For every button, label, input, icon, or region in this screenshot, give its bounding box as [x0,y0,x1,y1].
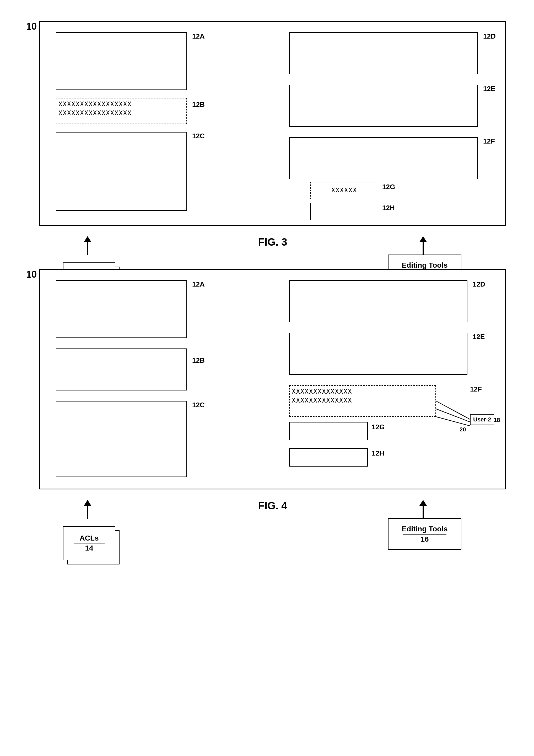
fig4-elem-12H [289,448,368,467]
fig3-elem-12B: XXXXXXXXXXXXXXXXX XXXXXXXXXXXXXXXXX [56,98,187,124]
fig3-label-12D: 12D [483,32,496,40]
fig4-label-12C: 12C [192,401,205,409]
fig3-label-12C: 12C [192,132,205,140]
fig3-label-12H: 12H [382,204,395,212]
fig4-label-12B: 12B [192,356,205,364]
fig3-elem-12H [310,203,378,220]
fig3-elem-12F [289,137,478,179]
fig3-elem-12A [56,32,187,90]
fig3-elem-12D [289,32,478,74]
fig4-caption: FIG. 4 [39,500,506,512]
fig3-editing-arrow-head [420,236,427,242]
fig3-editing-arrow [420,236,427,255]
fig4-label-12D: 12D [473,280,485,288]
fig3-xtext-12G: XXXXXX [329,184,359,197]
fig4-ref-20: 20 [460,426,466,433]
fig4-label-12F: 12F [470,385,482,393]
fig4-label-12H: 12H [372,449,384,457]
fig3-section: 10 12A XXXXXXXXXXXXXXXXX XXXXXXXXXXXXXXX… [11,21,523,248]
fig3-system-label: 10 [26,21,37,32]
fig3-label-12G: 12G [382,183,395,191]
fig3-caption: FIG. 3 [39,236,506,248]
fig4-elem-12B [56,348,187,391]
fig4-editing-arrow [420,500,427,519]
fig4-editing-tools-box: Editing Tools 16 [388,518,461,550]
fig4-diagram: 12A 12B 12C 12D 12E XXXXXXXXXXXXXX XXXXX… [39,269,506,489]
fig4-section: 10 12A 12B 12C 12D 12E XXXXXXXXXXXXXX XX… [11,269,523,512]
fig4-acls-arrow [84,500,91,519]
fig4-label-12G: 12G [372,423,385,431]
fig4-elem-12E [289,333,468,375]
fig3-label-12F: 12F [483,137,495,146]
fig3-elem-12E [289,85,478,127]
fig4-acls-front-box: ACLs 14 [63,526,115,560]
fig4-user-label: User-2 [470,414,494,425]
fig4-acls-stack: ACLs 14 [63,526,126,568]
fig4-elem-12G [289,422,368,440]
fig3-label-12E: 12E [483,85,495,93]
fig4-editing-arrow-shaft [422,506,424,519]
fig4-acls-num: 14 [85,544,93,553]
fig4-editing-arrow-head [420,500,427,506]
fig3-acls-arrow-shaft [87,242,88,255]
svg-line-2 [436,417,470,426]
fig3-editing-arrow-shaft [422,242,424,255]
svg-line-0 [436,401,470,419]
fig3-label-12A: 12A [192,32,205,40]
svg-line-1 [436,409,470,422]
fig3-acls-arrow-head [84,236,91,242]
fig4-elem-12F: XXXXXXXXXXXXXX XXXXXXXXXXXXXX [289,385,436,417]
fig4-elem-12C [56,401,187,477]
fig4-label-12A: 12A [192,280,205,288]
fig4-elem-12D [289,280,468,322]
fig4-acls-arrow-head [84,500,91,506]
page-container: 10 12A XXXXXXXXXXXXXXXXX XXXXXXXXXXXXXXX… [0,0,534,756]
fig3-elem-12C [56,132,187,211]
fig3-editing-tools-label: Editing Tools [402,261,447,270]
fig4-editing-tools-label: Editing Tools [402,525,447,533]
fig4-elem-12A [56,280,187,338]
fig4-xtext-12F: XXXXXXXXXXXXXX XXXXXXXXXXXXXX [290,386,435,406]
fig3-elem-12G: XXXXXX [310,182,378,199]
fig4-ref-18: 18 [494,417,500,423]
fig4-label-12E: 12E [473,333,485,341]
fig3-acls-arrow [84,236,91,255]
fig3-label-12B: 12B [192,100,205,109]
fig4-acls-arrow-shaft [87,506,88,519]
fig3-xtext-12B: XXXXXXXXXXXXXXXXX XXXXXXXXXXXXXXXXX [56,98,186,119]
fig3-diagram: 12A XXXXXXXXXXXXXXXXX XXXXXXXXXXXXXXXXX … [39,21,506,226]
fig4-system-label: 10 [26,269,37,280]
fig4-editing-tools-num: 16 [420,535,429,543]
fig4-acls-label: ACLs [79,534,99,542]
